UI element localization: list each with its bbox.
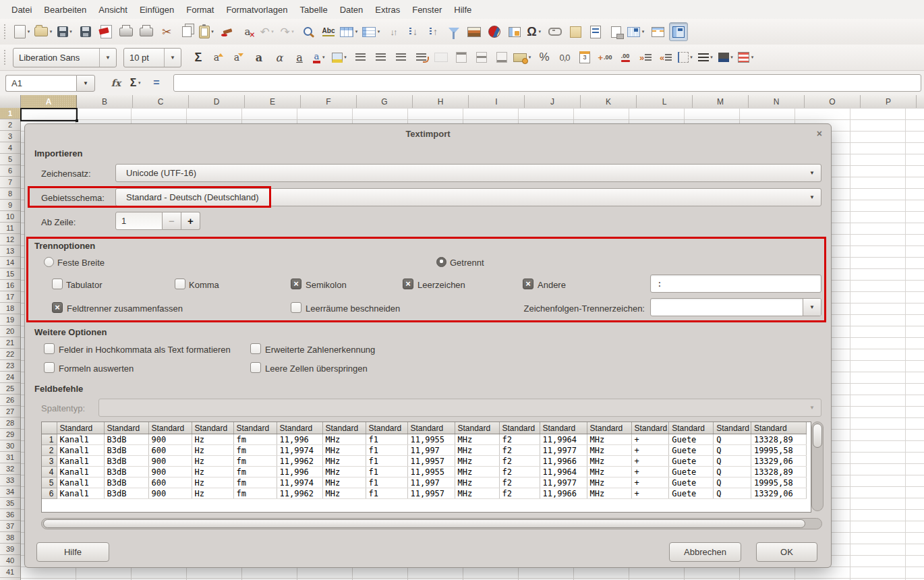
- decrease-font-size-icon[interactable]: a: [230, 49, 248, 66]
- row-header-20[interactable]: 20: [0, 326, 20, 337]
- column-header-j[interactable]: J: [525, 95, 581, 108]
- align-left-icon[interactable]: [351, 49, 369, 66]
- other-separator-input[interactable]: :: [650, 274, 821, 293]
- align-right-icon[interactable]: [392, 49, 409, 66]
- scrollbar-thumb[interactable]: [43, 519, 805, 528]
- menu-fenster[interactable]: Fenster: [406, 1, 448, 18]
- print-icon[interactable]: [117, 23, 135, 40]
- trim-spaces-label[interactable]: Leerräume beschneiden: [306, 303, 400, 314]
- fixed-width-radio[interactable]: [44, 257, 54, 267]
- row-header-40[interactable]: 40: [0, 555, 20, 567]
- chevron-down-icon[interactable]: ▾: [290, 29, 296, 34]
- chevron-down-icon[interactable]: ▼: [803, 194, 821, 200]
- row-header-2[interactable]: 2: [0, 119, 20, 131]
- separated-radio[interactable]: [436, 257, 446, 267]
- sum-icon[interactable]: Σ: [190, 49, 207, 66]
- insert-chart-icon[interactable]: [486, 23, 503, 40]
- fixed-width-label[interactable]: Feste Breite: [57, 258, 105, 268]
- chevron-down-icon[interactable]: ▾: [353, 29, 359, 34]
- border-color-icon[interactable]: ▾: [718, 49, 735, 66]
- column-header-h[interactable]: H: [413, 95, 469, 108]
- row-header-12[interactable]: 12: [0, 234, 20, 245]
- menu-ansicht[interactable]: Ansicht: [92, 1, 134, 18]
- preview-column-header-6[interactable]: Standard: [277, 422, 322, 434]
- chevron-down-icon[interactable]: ▾: [68, 29, 74, 34]
- row-header-38[interactable]: 38: [0, 532, 20, 544]
- preview-horizontal-scrollbar[interactable]: [41, 518, 822, 529]
- row-header-15[interactable]: 15: [0, 268, 20, 280]
- preview-column-header-15[interactable]: Standard: [669, 422, 714, 434]
- preview-column-header-12[interactable]: Standard: [540, 422, 587, 434]
- preview-column-header-17[interactable]: Standard: [751, 422, 806, 434]
- column-header-d[interactable]: D: [189, 95, 245, 108]
- font-color-icon[interactable]: a▾: [311, 49, 328, 66]
- column-header-m[interactable]: M: [693, 95, 749, 108]
- column-header-k[interactable]: K: [581, 95, 637, 108]
- toolbar-drag-handle[interactable]: [4, 50, 9, 65]
- chevron-down-icon[interactable]: ▼: [99, 49, 116, 67]
- column-header-a[interactable]: A: [21, 95, 77, 108]
- table-columns-icon[interactable]: ▾: [362, 23, 382, 40]
- preview-column-header-16[interactable]: Standard: [714, 422, 751, 434]
- column-header-c[interactable]: C: [133, 95, 189, 108]
- chevron-down-icon[interactable]: ▼: [164, 49, 181, 67]
- open-folder-icon[interactable]: ▾: [34, 23, 54, 40]
- insert-image-icon[interactable]: [465, 23, 483, 40]
- row-header-23[interactable]: 23: [0, 360, 20, 372]
- chevron-down-icon[interactable]: ▾: [48, 29, 54, 34]
- merge-delimiters-checkbox[interactable]: [52, 302, 63, 313]
- column-header-e[interactable]: E: [245, 95, 301, 108]
- menu-datei[interactable]: Datei: [5, 1, 38, 18]
- chevron-down-icon[interactable]: ▾: [270, 29, 276, 34]
- wrap-text-icon[interactable]: [412, 49, 430, 66]
- spelling-icon[interactable]: Abc: [320, 23, 337, 40]
- comma-checkbox[interactable]: [175, 279, 185, 289]
- tab-label[interactable]: Tabulator: [66, 280, 102, 290]
- evaluate-formulas-label[interactable]: Formeln auswerten: [59, 364, 134, 374]
- from-row-increment-button[interactable]: +: [181, 212, 200, 230]
- align-top-icon[interactable]: [453, 49, 470, 66]
- row-header-31[interactable]: 31: [0, 452, 20, 463]
- row-header-39[interactable]: 39: [0, 544, 20, 555]
- chevron-down-icon[interactable]: ▾: [343, 55, 349, 60]
- export-pdf-icon[interactable]: [97, 23, 115, 40]
- sort-icon[interactable]: ↓↑: [384, 23, 402, 40]
- chevron-down-icon[interactable]: ▼: [803, 170, 821, 176]
- preview-column-header-11[interactable]: Standard: [499, 422, 540, 434]
- special-character-icon[interactable]: Ω▾: [526, 23, 544, 40]
- split-window-icon[interactable]: [649, 23, 666, 40]
- row-header-36[interactable]: 36: [0, 509, 20, 521]
- new-document-icon[interactable]: ▾: [14, 23, 32, 40]
- column-header-n[interactable]: N: [749, 95, 805, 108]
- function-wizard-icon[interactable]: fx: [107, 74, 125, 92]
- locale-select[interactable]: Standard - Deutsch (Deutschland) ▼: [115, 188, 821, 206]
- formula-input[interactable]: [173, 74, 921, 92]
- row-header-21[interactable]: 21: [0, 337, 20, 349]
- clear-formatting-icon[interactable]: a: [239, 23, 256, 40]
- row-header-26[interactable]: 26: [0, 395, 20, 406]
- row-header-35[interactable]: 35: [0, 498, 20, 509]
- row-header-14[interactable]: 14: [0, 257, 20, 268]
- from-row-decrement-button[interactable]: −: [163, 212, 181, 230]
- preview-column-header-14[interactable]: Standard: [631, 422, 669, 434]
- comma-label[interactable]: Komma: [189, 280, 219, 290]
- menu-bearbeiten[interactable]: Bearbeiten: [38, 1, 92, 18]
- cell-reference-value[interactable]: A1: [5, 75, 76, 92]
- help-button[interactable]: Hilfe: [36, 542, 109, 562]
- print-area-icon[interactable]: [607, 23, 625, 40]
- borders-icon[interactable]: ▾: [677, 49, 695, 66]
- copy-icon[interactable]: [178, 23, 196, 40]
- preview-vertical-scrollbar[interactable]: [811, 422, 824, 511]
- chevron-down-icon[interactable]: ▾: [640, 29, 646, 34]
- preview-column-header-7[interactable]: Standard: [322, 422, 366, 434]
- border-style-icon[interactable]: ▾: [697, 49, 715, 66]
- close-icon[interactable]: ×: [817, 128, 822, 139]
- column-header-o[interactable]: O: [805, 95, 861, 108]
- name-box[interactable]: A1 ▼: [5, 75, 95, 92]
- menu-tabelle[interactable]: Tabelle: [293, 1, 333, 18]
- merge-delimiters-label[interactable]: Feldtrenner zusammenfassen: [67, 303, 183, 314]
- quoted-field-as-text-checkbox[interactable]: [44, 343, 55, 354]
- sort-ascending-icon[interactable]: ↓: [405, 23, 422, 40]
- cancel-button[interactable]: Abbrechen: [669, 542, 741, 562]
- row-header-11[interactable]: 11: [0, 223, 20, 234]
